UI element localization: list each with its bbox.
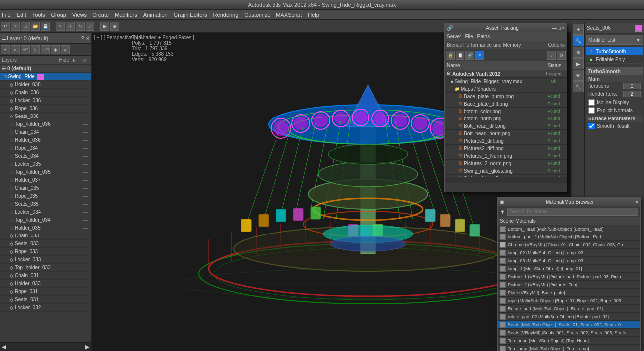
asset-horizontal-scrollbar[interactable] [445,177,567,183]
layer-item[interactable]: ◇Holder_037— [0,176,91,184]
asset-item[interactable]: 🖼 Pictures_1_Norm.png Found [445,152,567,160]
layer-item[interactable]: ◇Chain_033— [0,232,91,240]
layer-add-obj-btn[interactable]: +□ [21,45,30,54]
asset-options-text[interactable]: Options [548,42,565,48]
select-btn[interactable]: ↖ [56,22,65,31]
render-iters-input[interactable] [623,91,641,97]
menu-item-maxscript[interactable]: MAXScript [276,12,302,18]
menu-item-create[interactable]: Create [92,12,109,18]
layer-item[interactable]: ◇Chain_034— [0,128,91,136]
asset-item[interactable]: 🖼 Bace_plate_diff.png Found [445,100,567,108]
mat-close-btn[interactable]: × [635,199,638,205]
material-item[interactable]: lamp_1 (Multi/Sub-Object) [Lamp_01] [498,265,640,273]
menu-item-group[interactable]: Group [51,12,66,18]
layer-item[interactable]: ◇Rope_034— [0,144,91,152]
material-item[interactable]: Top_head (Multi/Sub-Object) [Top_Head] [498,337,640,345]
asset-item[interactable]: 🖼 Pictures1_diff.png Found [445,137,567,145]
material-item[interactable]: Top_lamp (Multi/Sub-Object) [Top_Lamp] [498,345,640,351]
right-icon-create[interactable]: ✦ [573,24,584,35]
asset-maximize-btn[interactable]: □ [558,25,561,31]
asset-item[interactable]: 📁 Maps / Shaders [445,85,567,93]
new-btn[interactable]: □ [21,22,30,31]
save-btn[interactable]: 💾 [41,22,50,31]
layer-item[interactable]: ◇Rope_033— [0,248,91,256]
layer-select-btn[interactable]: ↖ [31,45,40,54]
scroll-left-btn[interactable]: ◀ [2,344,6,350]
modifier-item-editablepoly[interactable]: ■ Editable Poly [586,55,643,63]
rotate-btn[interactable]: ↻ [76,22,85,31]
modifier-item-turbosmoothmodifier[interactable]: T TurboSmooth [586,47,643,55]
layer-item[interactable]: ◇Top_holder_033— [0,264,91,272]
scale-btn[interactable]: ⤢ [86,22,94,31]
layer-item[interactable]: ◇Locker_034— [0,208,91,216]
asset-config-btn[interactable]: ⚙ [557,51,566,60]
material-item[interactable]: lamp_03 (Multi/Sub-Object) [Lamp_03] [498,257,640,265]
open-btn[interactable]: 📂 [31,22,40,31]
asset-item[interactable]: ■ Swing_Ride_Rigged_vray.max Ok [445,78,567,85]
material-item[interactable]: rope (Multi/Sub-Object) [Rope_01, Rope_0… [498,297,640,305]
isoline-checkbox[interactable] [588,99,595,106]
menu-item-rendering[interactable]: Rendering [213,12,239,18]
layer-item[interactable]: □ Swing_Ride — [0,73,91,81]
asset-item[interactable]: 🖼 Bott_head_diff.png Found [445,122,567,130]
iterations-input[interactable] [623,83,641,89]
material-search-input[interactable] [507,208,638,216]
layer-highlight-btn[interactable]: ◈ [51,45,60,54]
asset-menu-server[interactable]: Server [447,34,461,39]
render-btn[interactable]: ▶ [100,22,109,31]
layer-move-btn[interactable]: →□ [41,45,50,54]
explicit-normals-checkbox[interactable] [588,107,595,114]
layer-item[interactable]: ◇Top_holder_036— [0,120,91,128]
right-icon-modify[interactable]: 🔧 [573,35,584,46]
undo-btn[interactable]: ↶ [1,22,10,31]
layer-item[interactable]: ◇Seats_034— [0,152,91,160]
layer-item[interactable]: ◇Top_holder_034— [0,216,91,224]
menu-item-modifiers[interactable]: Modifiers [115,12,137,18]
material-item[interactable]: bottom_part_2 (Multi/Sub-Object) [Bottom… [498,233,640,241]
layer-delete-btn[interactable]: × [11,45,20,54]
material-item[interactable]: Rotate_part (Multi/Sub-Object) [Rarate_p… [498,305,640,313]
asset-item[interactable]: 🖼 botom_norm.png Found [445,115,567,122]
redo-btn[interactable]: ↷ [11,22,20,31]
material-item[interactable]: Chrome (VRayMtl) [Chain_01, Chain_002, C… [498,241,640,249]
layer-item[interactable]: ◇Chain_031— [0,272,91,280]
layer-item[interactable]: ◇Rope_035— [0,192,91,200]
right-icon-display[interactable]: 👁 [573,70,584,81]
layer-item[interactable]: ◇Chain_035— [0,184,91,192]
asset-item[interactable]: 🖼 Pictures_2_norm.png Found [445,160,567,167]
material-item[interactable]: rotate_part_02 (Multi/Sub-Object) [Rotat… [498,313,640,321]
layer-item[interactable]: ◇Locker_033— [0,256,91,264]
material-item[interactable]: Plate (VRayMtl) [Bace_plate] [498,289,640,297]
asset-item[interactable]: 🖼 Swing_ride_gloss.png Found [445,167,567,175]
asset-btn-1[interactable]: 🔒 [446,51,455,60]
material-btn[interactable]: ◉ [110,22,119,31]
menu-item-edit[interactable]: Edit [17,12,26,18]
layer-new-btn[interactable]: + [1,45,10,54]
layer-item[interactable]: ◇Seats_031— [0,296,91,304]
asset-item[interactable]: 🖼 botom_color.png Found [445,108,567,115]
asset-item[interactable]: 🖼 Bott_head_norm.png Found [445,130,567,137]
asset-close-btn[interactable]: × [562,25,565,31]
asset-btn-2[interactable]: 📋 [456,51,464,60]
layer-item[interactable]: ◇Locker_036— [0,97,91,105]
material-item[interactable]: Picture_1 (VRayMtl) [Picture_part, Pictu… [498,273,640,281]
object-color-swatch[interactable] [635,25,642,32]
layer-item[interactable]: ◇Locker_032— [0,304,91,312]
asset-item[interactable]: 🏛 Autodesk Vault 2012 Logged [445,70,567,78]
layer-item[interactable]: ◇Seats_035— [0,200,91,208]
scroll-right-btn[interactable]: ▶ [85,344,89,350]
menu-item-animation[interactable]: Animation [143,12,168,18]
asset-help-btn[interactable]: ? [547,51,556,60]
layer-panel-close[interactable]: × [86,35,89,41]
material-item[interactable]: lamp_02 (Multi/Sub-Object) [Lamp_02] [498,249,640,257]
menu-item-tools[interactable]: Tools [32,12,45,18]
layer-props-btn[interactable]: ≡ [61,45,70,54]
move-btn[interactable]: ✛ [66,22,75,31]
layer-item[interactable]: ◇Seats_036— [0,113,91,120]
layer-panel-question[interactable]: ? [81,35,84,41]
menu-item-customize[interactable]: Customize [244,12,270,18]
layer-item[interactable]: ◇Holder_033— [0,280,91,288]
asset-btn-3[interactable]: 🔗 [465,51,474,60]
layer-item[interactable]: ◇Holder_035— [0,224,91,232]
material-item[interactable]: Bottom_Head (Multi/Sub-Object) [Bottom_H… [498,225,640,233]
